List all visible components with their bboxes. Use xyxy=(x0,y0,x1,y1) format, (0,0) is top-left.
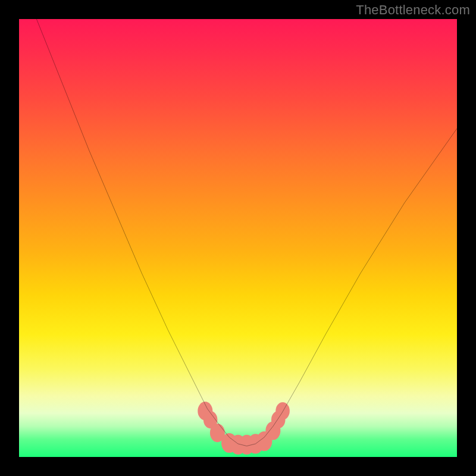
watermark-text: TheBottleneck.com xyxy=(356,2,470,18)
chart-frame: TheBottleneck.com xyxy=(0,0,476,476)
plot-svg xyxy=(19,19,457,457)
curve-line xyxy=(36,19,457,446)
plot-area xyxy=(19,19,457,457)
bottom-markers xyxy=(198,402,290,455)
marker-dot xyxy=(275,402,290,419)
